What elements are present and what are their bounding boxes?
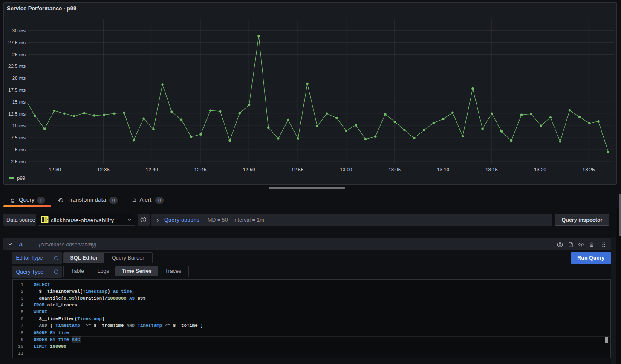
svg-text:13:25: 13:25	[583, 167, 595, 172]
svg-text:25 ms: 25 ms	[12, 52, 26, 57]
svg-text:12.5 ms: 12.5 ms	[8, 111, 26, 116]
svg-text:13:20: 13:20	[534, 167, 546, 172]
svg-text:12:45: 12:45	[194, 167, 207, 172]
svg-text:12:35: 12:35	[97, 167, 110, 172]
svg-text:13:00: 13:00	[340, 167, 352, 172]
svg-text:5 ms: 5 ms	[15, 147, 26, 152]
svg-text:p99: p99	[17, 176, 25, 181]
svg-text:20 ms: 20 ms	[12, 75, 26, 81]
svg-text:12:55: 12:55	[292, 167, 304, 172]
svg-text:13:05: 13:05	[388, 167, 401, 172]
svg-text:7.5 ms: 7.5 ms	[11, 135, 26, 140]
svg-text:13:15: 13:15	[485, 167, 498, 172]
svg-text:12:40: 12:40	[146, 167, 158, 172]
svg-text:30 ms: 30 ms	[12, 28, 26, 33]
svg-text:10 ms: 10 ms	[12, 123, 26, 128]
svg-text:22.5 ms: 22.5 ms	[8, 64, 26, 69]
svg-text:15 ms: 15 ms	[12, 99, 26, 104]
svg-text:13:10: 13:10	[437, 167, 449, 172]
svg-text:12:50: 12:50	[243, 167, 255, 172]
svg-text:12:30: 12:30	[49, 167, 61, 172]
svg-text:2.5 ms: 2.5 ms	[11, 159, 26, 164]
svg-text:27.5 ms: 27.5 ms	[8, 40, 26, 45]
svg-text:17.5 ms: 17.5 ms	[8, 87, 26, 92]
